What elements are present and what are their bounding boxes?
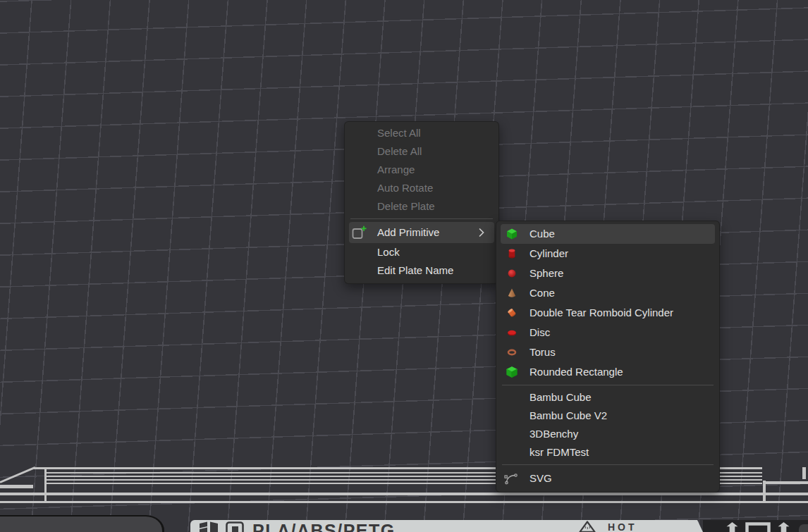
submenu-item-cylinder[interactable]: Cylinder (496, 244, 719, 264)
add-primitive-icon (352, 225, 367, 240)
submenu-item-cone[interactable]: Cone (496, 283, 719, 303)
menu-item-delete-all: Delete All (345, 142, 498, 161)
bambu-logo-icon (199, 521, 219, 532)
submenu-item-label: SVG (530, 472, 552, 484)
menu-item-label: Add Primitive (377, 226, 439, 238)
plate-badge-icon (226, 521, 244, 532)
torus-icon (506, 347, 518, 358)
menu-item-select-all: Select All (345, 124, 498, 142)
submenu-item-cube[interactable]: Cube (501, 224, 715, 244)
add-primitive-submenu: Cube Cylinder Sphere (496, 221, 720, 493)
cone-icon (506, 287, 518, 299)
context-menu: Select All Delete All Arrange Auto Rotat… (344, 121, 499, 284)
bezier-curve-icon (504, 472, 518, 485)
menu-item-add-primitive[interactable]: Add Primitive (349, 222, 494, 243)
arrow-up-icon (723, 522, 742, 532)
square-outline-icon (745, 522, 771, 532)
submenu-item-double-tear-romboid-cylinder[interactable]: Double Tear Romboid Cylinder (496, 303, 719, 323)
arrow-up-icon (774, 522, 793, 532)
plate-corner-right (799, 524, 808, 532)
menu-item-label: Lock (377, 246, 400, 258)
menu-item-edit-plate-name[interactable]: Edit Plate Name (345, 261, 498, 280)
submenu-arrow-icon (479, 228, 484, 237)
submenu-item-label: Rounded Rectangle (530, 366, 623, 378)
viewport-3d[interactable]: PLA/ABS/PETG HOT Select All Delete All A… (0, 0, 808, 532)
cylinder-icon (506, 248, 518, 259)
submenu-item-label: Disc (530, 326, 550, 338)
submenu-item-label: Cube (530, 228, 555, 240)
submenu-item-sphere[interactable]: Sphere (496, 264, 719, 283)
submenu-item-ksr-fdmtest[interactable]: ksr FDMTest (496, 443, 719, 462)
menu-separator (350, 218, 493, 219)
submenu-item-label: ksr FDMTest (530, 446, 589, 458)
menu-item-label: Delete All (377, 145, 422, 157)
submenu-item-bambu-cube[interactable]: Bambu Cube (496, 388, 719, 407)
submenu-item-label: Sphere (530, 267, 563, 279)
submenu-item-label: Bambu Cube (530, 391, 592, 403)
hot-warning-triangle-icon (579, 521, 596, 532)
menu-item-label: Edit Plate Name (377, 264, 453, 276)
submenu-item-label: Cone (530, 287, 555, 299)
disc-icon (506, 327, 518, 338)
menu-item-label: Delete Plate (377, 200, 435, 212)
submenu-item-label: Cylinder (530, 247, 568, 259)
submenu-separator (502, 385, 714, 385)
submenu-item-rounded-rectangle[interactable]: Rounded Rectangle (496, 362, 719, 382)
menu-item-label: Select All (377, 127, 421, 139)
rounded-rectangle-icon (506, 366, 518, 378)
submenu-item-disc[interactable]: Disc (496, 323, 719, 342)
menu-item-delete-plate: Delete Plate (345, 197, 498, 216)
cube-icon (506, 228, 518, 240)
submenu-item-label: Torus (530, 346, 556, 358)
plate-corner-tab (0, 515, 164, 532)
sphere-icon (506, 268, 518, 279)
submenu-item-3dbenchy[interactable]: 3DBenchy (496, 425, 719, 443)
submenu-item-svg[interactable]: SVG (496, 468, 719, 489)
submenu-item-label: Double Tear Romboid Cylinder (530, 307, 673, 318)
menu-item-lock[interactable]: Lock (345, 243, 498, 261)
submenu-item-torus[interactable]: Torus (496, 342, 719, 362)
plate-label-bar: PLA/ABS/PETG HOT (190, 520, 703, 532)
romboid-cylinder-icon (506, 307, 518, 318)
submenu-item-label: 3DBenchy (530, 428, 578, 440)
submenu-item-bambu-cube-v2[interactable]: Bambu Cube V2 (496, 407, 719, 425)
submenu-separator (502, 464, 714, 465)
submenu-item-label: Bambu Cube V2 (530, 409, 607, 421)
menu-item-arrange: Arrange (345, 161, 498, 179)
menu-item-label: Auto Rotate (377, 182, 433, 194)
hot-warning-label: HOT (608, 521, 637, 532)
plate-front-dark-strip (703, 520, 808, 532)
plate-material-text: PLA/ABS/PETG (252, 521, 396, 532)
menu-item-auto-rotate: Auto Rotate (345, 179, 498, 197)
menu-item-label: Arrange (377, 163, 415, 175)
